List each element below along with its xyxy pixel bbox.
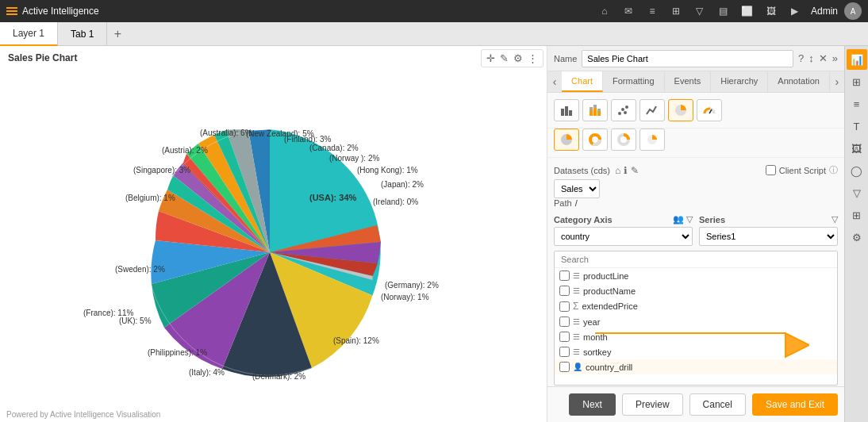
svg-text:(Belgium): 1%: (Belgium): 1% [125, 194, 175, 202]
series-filter-icon[interactable]: ▽ [832, 214, 838, 224]
forward-icon[interactable]: » [832, 52, 838, 64]
tab-hierarchy[interactable]: Hierarchy [711, 71, 768, 92]
settings-icon[interactable]: ⚙ [513, 52, 523, 64]
productline-checkbox[interactable] [559, 270, 570, 281]
svg-text:(Australia): 6%: (Australia): 6% [200, 129, 252, 137]
list-item[interactable]: ☰ month [555, 329, 837, 344]
pie-solid-btn[interactable] [554, 129, 579, 151]
window-icon[interactable]: ⬜ [738, 2, 757, 21]
strip-grid-icon[interactable]: ⊞ [847, 71, 867, 92]
cancel-button[interactable]: Cancel [689, 393, 746, 416]
category-people-icon[interactable]: 👥 [673, 214, 684, 224]
series-select[interactable]: Series1 [699, 227, 838, 246]
year-checkbox[interactable] [559, 316, 570, 327]
save-exit-button[interactable]: Save and Exit [752, 393, 838, 416]
strip-filter-icon[interactable]: ▽ [847, 182, 867, 203]
strip-calc-icon[interactable]: ⊞ [847, 205, 867, 225]
image-icon[interactable]: 🖼 [762, 2, 781, 21]
datasets-icons: ⌂ ℹ ✎ [615, 165, 639, 176]
donut-btn[interactable] [582, 129, 608, 151]
edit-ds-icon[interactable]: ✎ [631, 165, 639, 176]
next-button[interactable]: Next [569, 393, 616, 416]
menu-icon[interactable]: ≡ [643, 2, 662, 21]
edit-icon[interactable]: ✎ [500, 52, 509, 64]
tab1[interactable]: Tab 1 [58, 22, 107, 46]
axis-series-row: Category Axis 👥 ▽ country Series ▽ [554, 214, 838, 246]
list-item[interactable]: ☰ productLine [555, 268, 837, 283]
scatter-btn[interactable] [611, 99, 636, 121]
client-script-checkbox[interactable] [766, 165, 776, 175]
country-drill-item[interactable]: 👤 country_drill [555, 359, 837, 374]
datasets-row: Datasets (cds) ⌂ ℹ ✎ Client Script ⓘ [554, 164, 838, 176]
home-ds-icon[interactable]: ⌂ [615, 165, 620, 176]
list-item[interactable]: ☰ year [555, 314, 837, 329]
table-icon[interactable]: ▤ [714, 2, 733, 21]
tabs-back-arrow[interactable]: ‹ [547, 71, 562, 92]
svg-text:(New Zealand): 5%: (New Zealand): 5% [246, 129, 314, 138]
field-search[interactable] [555, 251, 837, 268]
category-filter-icon[interactable]: ▽ [686, 214, 693, 224]
list-item[interactable]: Σ extendedPrice [555, 298, 837, 314]
line-btn[interactable] [639, 99, 665, 121]
series-col: Series ▽ Series1 [699, 214, 838, 246]
panel-footer: Next Preview Cancel Save and Exit [547, 386, 844, 422]
datasets-label: Datasets (cds) [554, 166, 610, 175]
donut2-btn[interactable] [611, 129, 636, 151]
svg-text:(Hong Kong): 1%: (Hong Kong): 1% [357, 166, 418, 175]
svg-text:(Italy): 4%: (Italy): 4% [189, 368, 225, 377]
info-ds-icon[interactable]: ℹ [624, 165, 628, 176]
strip-shape-icon[interactable]: ◯ [847, 160, 867, 181]
close-icon[interactable]: ✕ [819, 52, 828, 64]
filter-icon[interactable]: ▽ [690, 2, 709, 21]
datasets-select[interactable]: Sales [554, 179, 600, 198]
month-checkbox[interactable] [559, 332, 570, 342]
tab-formatting[interactable]: Formatting [603, 71, 665, 92]
bar-chart-btn[interactable] [554, 99, 579, 121]
tabs-forward-arrow[interactable]: › [830, 71, 844, 92]
svg-text:(USA): 34%: (USA): 34% [309, 193, 357, 202]
strip-list-icon[interactable]: ≡ [847, 94, 867, 114]
strip-settings-icon[interactable]: ⚙ [847, 227, 867, 247]
svg-text:(Norway ): 2%: (Norway ): 2% [329, 154, 379, 163]
grid-icon[interactable]: ⊞ [666, 2, 686, 21]
add-tab-button[interactable]: + [107, 22, 128, 46]
name-input[interactable] [582, 50, 793, 67]
field-list[interactable]: ☰ productLine ☰ productName Σ extendedPr… [554, 251, 838, 386]
category-select[interactable]: country [554, 227, 693, 246]
svg-rect-30 [597, 109, 601, 111]
strip-chart-icon[interactable]: 📊 [847, 49, 867, 70]
pie-btn[interactable] [668, 99, 693, 121]
hamburger-icon[interactable] [6, 7, 17, 15]
mail-icon[interactable]: ✉ [619, 2, 638, 21]
expand-icon[interactable]: ↕ [808, 52, 814, 64]
svg-point-33 [625, 106, 628, 109]
svg-point-32 [621, 108, 624, 111]
strip-text-icon[interactable]: T [847, 116, 867, 136]
app-title: Active Intelligence [22, 6, 99, 17]
svg-text:(Canada): 2%: (Canada): 2% [309, 144, 359, 152]
country-drill-checkbox[interactable] [559, 362, 570, 372]
bar-chart2-btn[interactable] [582, 99, 608, 121]
tab-annotation[interactable]: Annotation [768, 71, 830, 92]
svg-text:(UK): 5%: (UK): 5% [119, 316, 152, 325]
productname-checkbox[interactable] [559, 286, 570, 296]
list-item[interactable]: ☰ productName [555, 283, 837, 298]
tab-chart[interactable]: Chart [562, 71, 603, 92]
home-icon[interactable]: ⌂ [595, 2, 614, 21]
play-icon[interactable]: ▶ [785, 2, 805, 21]
svg-point-34 [624, 111, 627, 114]
strip-image-icon[interactable]: 🖼 [847, 138, 867, 159]
preview-button[interactable]: Preview [622, 393, 683, 416]
admin-avatar: A [844, 2, 862, 20]
more-icon[interactable]: ⋮ [528, 52, 538, 64]
pie3-btn[interactable] [639, 129, 665, 151]
sortkey-checkbox[interactable] [559, 347, 570, 357]
gauge-btn[interactable] [697, 99, 722, 121]
extendedprice-checkbox[interactable] [559, 301, 570, 312]
help-icon[interactable]: ? [798, 52, 804, 64]
move-icon[interactable]: ✛ [486, 52, 495, 64]
chart-footer: Powered by Active Intelligence Visualisa… [6, 410, 160, 419]
tab-events[interactable]: Events [665, 71, 712, 92]
list-item[interactable]: ☰ sortkey [555, 344, 837, 359]
layer-tab[interactable]: Layer 1 [0, 22, 58, 46]
